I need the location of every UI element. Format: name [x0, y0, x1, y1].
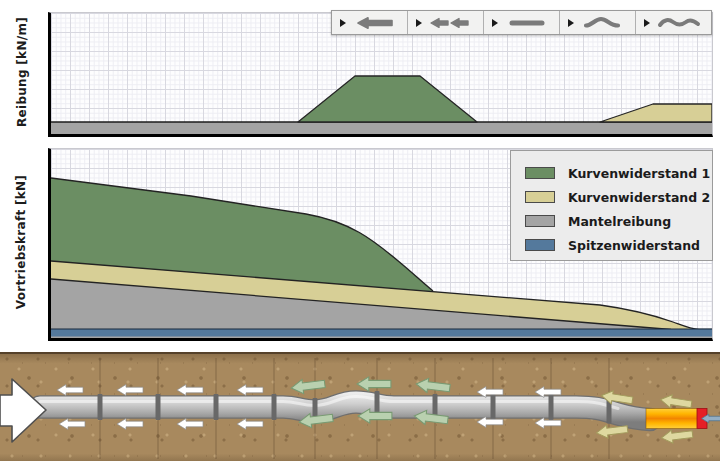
kurvenwiderstand1-area	[298, 76, 477, 122]
jacking-force-arrow-icon	[0, 379, 46, 442]
scenario-button-double-wave[interactable]	[636, 11, 711, 34]
pipe-body	[40, 402, 650, 420]
spitzenwiderstand-swatch	[525, 239, 555, 251]
legend-label: Mantelreibung	[568, 214, 671, 229]
scenario-button-double-arrow[interactable]	[408, 11, 484, 34]
tunnel-machine	[646, 409, 707, 429]
play-icon	[415, 18, 423, 28]
straight-line-icon	[504, 15, 550, 31]
spitzenwiderstand-band	[51, 329, 712, 337]
scenario-button-single-wave[interactable]	[560, 11, 636, 34]
double-wave-icon	[656, 15, 702, 31]
scenario-button-single-arrow[interactable]	[332, 11, 408, 34]
friction-y-axis-label: Reibung [kN/m]	[15, 2, 31, 142]
play-icon	[643, 18, 651, 28]
legend-label: Kurvenwiderstand 1	[568, 166, 710, 181]
mantelreibung-swatch	[525, 215, 555, 227]
legend-item-kurvenwiderstand1: Kurvenwiderstand 1	[525, 161, 712, 185]
play-icon	[491, 18, 499, 28]
scenario-toolbar	[331, 10, 712, 35]
illustration-layer	[0, 354, 720, 461]
kurvenwiderstand1-swatch	[525, 167, 555, 179]
kurvenwiderstand2-swatch	[525, 191, 555, 203]
legend-box: Kurvenwiderstand 1 Kurvenwiderstand 2 Ma…	[510, 150, 713, 261]
machine-body	[646, 409, 698, 429]
legend-label: Kurvenwiderstand 2	[568, 190, 710, 205]
force-y-axis-label: Vortriebskraft [kN]	[14, 162, 30, 322]
play-icon	[339, 18, 347, 28]
legend-label: Spitzenwiderstand	[568, 238, 700, 253]
play-icon	[567, 18, 575, 28]
legend-item-mantelreibung: Mantelreibung	[525, 209, 712, 233]
scenario-button-straight-line[interactable]	[484, 11, 560, 34]
pipe-jacking-diagram: Reibung [kN/m]	[0, 0, 720, 461]
legend-item-spitzenwiderstand: Spitzenwiderstand	[525, 233, 712, 257]
pipe-in-soil-illustration	[0, 352, 720, 461]
kurvenwiderstand2-area	[600, 104, 712, 122]
single-left-arrow-icon	[352, 15, 398, 31]
pipe	[40, 391, 650, 424]
mantelreibung-band	[51, 122, 712, 134]
single-wave-icon	[580, 15, 626, 31]
double-left-arrow-icon	[428, 15, 474, 31]
legend-item-kurvenwiderstand2: Kurvenwiderstand 2	[525, 185, 712, 209]
